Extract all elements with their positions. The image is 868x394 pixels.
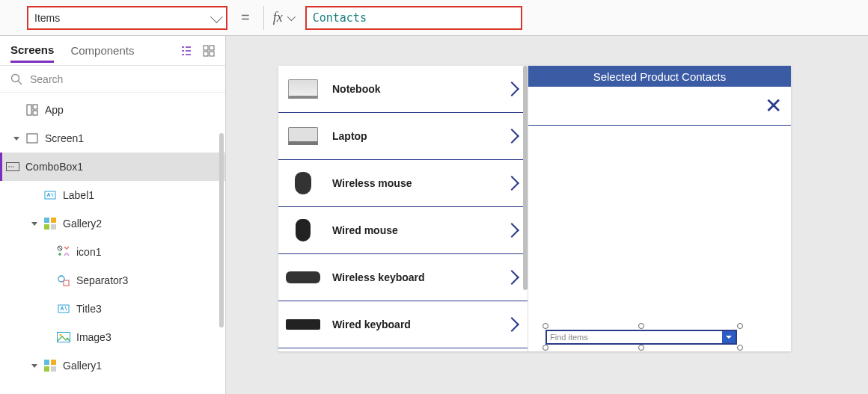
product-thumbnail [284, 264, 322, 291]
gallery-icon [43, 359, 57, 372]
svg-point-12 [10, 166, 12, 167]
tree-label: Gallery2 [63, 218, 102, 230]
svg-rect-24 [58, 305, 69, 313]
svg-point-11 [8, 166, 10, 167]
svg-rect-9 [27, 134, 37, 143]
tree-label: icon1 [76, 246, 101, 258]
gallery-item[interactable]: Laptop [278, 113, 528, 160]
chevron-right-icon[interactable] [504, 317, 519, 332]
tree-item-title3[interactable]: Title3 [0, 295, 225, 323]
product-thumbnail [284, 217, 322, 244]
combobox-selection[interactable]: Find items [538, 326, 746, 348]
product-gallery[interactable]: NotebookLaptopWireless mouseWired mouseW… [278, 66, 528, 351]
tab-components[interactable]: Components [70, 44, 134, 57]
tree-item-screen1[interactable]: Screen1 [0, 124, 225, 153]
tree-item-combobox1[interactable]: ComboBox1 [0, 153, 225, 181]
resize-handle[interactable] [542, 323, 548, 329]
app-icon [25, 103, 39, 117]
tree-item-gallery1[interactable]: Gallery1 [0, 351, 225, 380]
tree-item-image3[interactable]: Image3 [0, 323, 225, 351]
svg-rect-18 [44, 224, 49, 230]
svg-rect-6 [27, 105, 31, 115]
resize-handle[interactable] [737, 345, 743, 351]
tree-item-separator3[interactable]: Separator3 [0, 266, 225, 295]
tree-label: ComboBox1 [25, 161, 83, 173]
svg-rect-0 [204, 46, 208, 50]
list-view-icon[interactable] [180, 45, 192, 57]
tree-item-icon1[interactable]: icon1 [0, 238, 225, 266]
svg-rect-28 [44, 360, 49, 365]
svg-point-4 [12, 74, 19, 81]
formula-text: Contacts [313, 11, 367, 25]
icon-group-icon [57, 245, 70, 259]
gallery-item[interactable]: Wireless mouse [278, 160, 528, 207]
resize-handle[interactable] [542, 345, 548, 351]
tree-item-label1[interactable]: Label1 [0, 181, 225, 209]
svg-line-15 [52, 193, 53, 197]
close-icon[interactable]: ✕ [765, 96, 782, 117]
gallery-scrollbar-track[interactable] [523, 66, 528, 351]
product-label: Laptop [332, 130, 496, 142]
formula-bar: Items = fx Contacts [0, 0, 868, 36]
gallery-item[interactable]: Notebook [278, 66, 528, 113]
svg-rect-3 [210, 52, 214, 56]
caret-icon [31, 364, 37, 368]
tree-label: Label1 [63, 189, 94, 201]
label-icon [57, 302, 70, 315]
tree-label: App [45, 104, 64, 116]
chevron-right-icon[interactable] [504, 223, 519, 238]
combobox-input[interactable]: Find items [545, 330, 737, 345]
resize-handle[interactable] [737, 323, 743, 329]
fx-button[interactable]: fx [263, 6, 293, 30]
product-thumbnail [284, 76, 322, 102]
svg-rect-30 [44, 366, 49, 372]
svg-rect-8 [33, 111, 37, 115]
svg-rect-1 [210, 46, 214, 50]
tree-label: Title3 [76, 303, 102, 315]
chevron-right-icon[interactable] [504, 176, 519, 191]
combobox-dropdown-button[interactable] [722, 331, 736, 343]
product-label: Wired mouse [332, 224, 496, 236]
product-label: Wireless keyboard [332, 271, 496, 283]
image-icon [57, 330, 70, 344]
gallery-item[interactable]: Wired keyboard [278, 301, 528, 348]
canvas-area: NotebookLaptopWireless mouseWired mouseW… [226, 36, 868, 394]
fx-label: fx [273, 10, 283, 25]
svg-rect-23 [64, 280, 69, 286]
tab-screens[interactable]: Screens [10, 43, 54, 63]
svg-line-5 [19, 81, 22, 84]
svg-line-25 [65, 307, 67, 310]
resize-handle[interactable] [638, 345, 644, 351]
gallery-item[interactable]: Wireless keyboard [278, 254, 528, 301]
tree-search[interactable]: Search [0, 66, 225, 93]
tree-label: Separator3 [76, 274, 128, 286]
formula-input[interactable]: Contacts [305, 6, 522, 30]
svg-rect-10 [7, 163, 19, 171]
tree-item-app[interactable]: App [0, 96, 225, 124]
product-label: Notebook [332, 83, 496, 95]
tree-view-panel: Screens Components Search App [0, 36, 226, 394]
tree-view: App Screen1 ComboBox1 Label1 Gallery2 [0, 93, 225, 394]
product-thumbnail [284, 311, 322, 338]
chevron-right-icon[interactable] [504, 81, 519, 96]
gallery-scrollbar-thumb[interactable] [523, 66, 528, 290]
screen-icon [25, 132, 39, 145]
equals-sign: = [232, 9, 259, 26]
property-dropdown[interactable]: Items [27, 6, 227, 30]
svg-line-21 [58, 247, 61, 250]
product-thumbnail [284, 123, 322, 150]
resize-handle[interactable] [638, 323, 644, 329]
gallery-item[interactable]: Wired mouse [278, 207, 528, 254]
chevron-right-icon[interactable] [504, 270, 519, 285]
tree-label: Gallery1 [63, 360, 102, 372]
tree-scrollbar[interactable] [219, 133, 224, 327]
tree-item-gallery2[interactable]: Gallery2 [0, 209, 225, 238]
svg-rect-31 [51, 366, 56, 372]
chevron-right-icon[interactable] [504, 129, 519, 144]
contacts-header: Selected Product Contacts [528, 66, 791, 87]
svg-rect-7 [33, 105, 37, 109]
app-canvas: NotebookLaptopWireless mouseWired mouseW… [278, 66, 791, 351]
combobox-icon [6, 160, 19, 173]
grid-view-icon[interactable] [203, 45, 215, 57]
property-name: Items [34, 12, 60, 24]
